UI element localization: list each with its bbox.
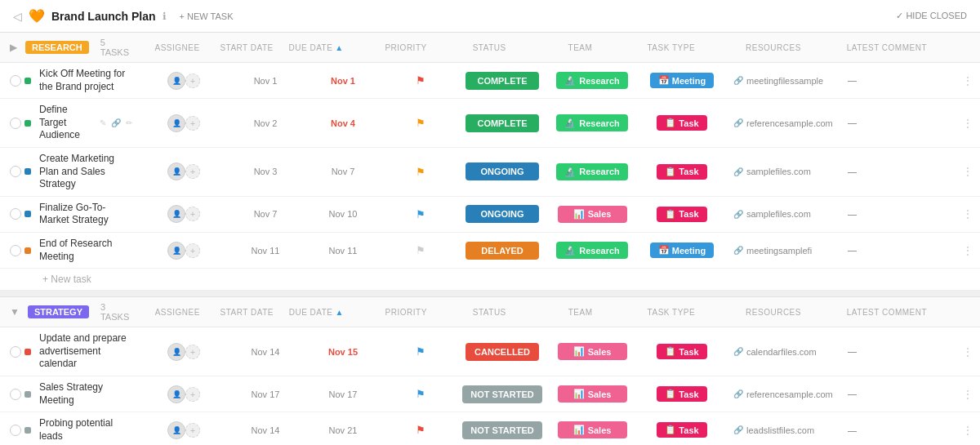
team-badge: 🔬 Research: [556, 114, 628, 131]
status-cell: DELAYED: [457, 240, 547, 261]
avatar: 👤: [167, 421, 185, 439]
hide-closed-button[interactable]: ✓ HIDE CLOSED: [896, 11, 967, 21]
add-assignee-icon[interactable]: +: [185, 73, 200, 88]
col-h-status: STATUS: [448, 43, 531, 52]
team-badge: 🔬 Research: [556, 163, 628, 180]
task-color-dot: [24, 168, 31, 175]
task-type-cell: 📋 Task: [637, 344, 727, 359]
comment-cell: —: [841, 345, 956, 357]
more-options-icon[interactable]: ⋮: [956, 117, 980, 130]
task-color-dot: [24, 78, 31, 84]
col-h-resources: RESOURCES: [720, 43, 826, 52]
more-options-icon[interactable]: ⋮: [956, 165, 980, 178]
edit-icon[interactable]: ✎: [100, 118, 106, 128]
status-cell: NOT STARTED: [457, 420, 547, 441]
team-cell: 🔬 Research: [547, 113, 637, 133]
group-toggle-strategy[interactable]: ▼: [10, 306, 20, 318]
checkbox-icon[interactable]: [10, 389, 21, 400]
priority-flag-icon: ⚑: [416, 166, 425, 178]
task-name: Kick Off Meeting for the Brand project: [33, 63, 139, 98]
col-h-due2: DUE DATE ▲: [289, 308, 364, 317]
team-badge: 📊 Sales: [558, 206, 627, 223]
resources-cell: 🔗samplefiles.com: [727, 209, 841, 219]
resources-cell: 🔗referencesample.com: [727, 389, 841, 399]
due-date: Nov 21: [302, 425, 384, 435]
task-type-cell: 📋 Task: [637, 115, 727, 131]
add-assignee-icon[interactable]: +: [185, 207, 200, 221]
due-date: Nov 17: [302, 389, 384, 399]
task-checkbox[interactable]: [0, 245, 33, 256]
task-checkbox[interactable]: [0, 389, 33, 400]
new-task-header-button[interactable]: + NEW TASK: [180, 11, 234, 21]
checkbox-icon[interactable]: [10, 208, 21, 220]
more-options-icon[interactable]: ⋮: [956, 74, 980, 87]
link-icon[interactable]: 🔗: [111, 118, 121, 128]
pencil-icon[interactable]: ✏: [126, 118, 132, 128]
add-assignee-icon[interactable]: +: [185, 164, 200, 179]
resource-icon: 🔗: [733, 118, 743, 127]
group-toggle-research[interactable]: ▶: [10, 42, 17, 53]
group-task-count-research: 5 TASKS: [100, 38, 134, 57]
task-assignee[interactable]: 👤+: [139, 343, 229, 361]
status-cell: CANCELLED: [457, 341, 547, 363]
task-assignee[interactable]: 👤+: [139, 421, 229, 439]
avatar: 👤: [167, 242, 185, 260]
task-checkbox[interactable]: [0, 425, 33, 436]
task-type-badge: 📋 Task: [657, 164, 706, 180]
task-color-dot: [24, 247, 31, 254]
task-assignee[interactable]: 👤+: [139, 72, 229, 90]
task-type-cell: 📋 Task: [637, 386, 727, 402]
task-checkbox[interactable]: [0, 166, 33, 177]
task-checkbox[interactable]: [0, 118, 33, 129]
add-assignee-icon[interactable]: +: [185, 243, 200, 258]
start-date: Nov 17: [229, 389, 302, 399]
more-options-icon[interactable]: ⋮: [956, 388, 980, 401]
team-badge: 📊 Sales: [558, 385, 627, 403]
col-h-resources2: RESOURCES: [721, 308, 826, 317]
col-h-start2: START DATE: [213, 308, 281, 317]
checkbox-icon[interactable]: [10, 245, 21, 256]
avatar: 👤: [167, 114, 185, 132]
task-assignee[interactable]: 👤+: [139, 205, 229, 223]
new-task-row-research[interactable]: + New task: [0, 269, 980, 291]
more-options-icon[interactable]: ⋮: [956, 424, 980, 437]
task-assignee[interactable]: 👤+: [139, 114, 229, 132]
status-cell: NOT STARTED: [457, 384, 547, 405]
checkbox-icon[interactable]: [10, 425, 21, 436]
team-cell: 🔬 Research: [547, 70, 637, 91]
checkbox-icon[interactable]: [10, 75, 21, 87]
checkbox-icon[interactable]: [10, 118, 21, 129]
task-type-badge: 📋 Task: [657, 115, 706, 131]
add-assignee-icon[interactable]: +: [185, 116, 200, 131]
comment-cell: —: [841, 117, 956, 128]
task-checkbox[interactable]: [0, 208, 33, 220]
status-cell: COMPLETE: [457, 113, 547, 134]
add-assignee-icon[interactable]: +: [185, 345, 200, 359]
task-assignee[interactable]: 👤+: [139, 385, 229, 403]
more-options-icon[interactable]: ⋮: [956, 345, 980, 358]
info-icon[interactable]: ℹ: [163, 11, 167, 22]
task-type-cell: 📋 Task: [637, 422, 727, 438]
task-assignee[interactable]: 👤+: [139, 162, 229, 180]
more-options-icon[interactable]: ⋮: [956, 207, 980, 220]
checkbox-icon[interactable]: [10, 166, 21, 177]
task-assignee[interactable]: 👤+: [139, 242, 229, 260]
priority-cell: ⚑: [384, 388, 457, 400]
resource-icon: 🔗: [733, 210, 743, 219]
resources-cell: 🔗leadslistfiles.com: [727, 425, 841, 435]
task-checkbox[interactable]: [0, 75, 33, 87]
table-row: End of Research Meeting 👤+ Nov 11 Nov 11…: [0, 233, 980, 269]
checkbox-icon[interactable]: [10, 346, 21, 358]
priority-flag-icon: ⚑: [416, 345, 425, 358]
back-icon[interactable]: ◁: [13, 10, 22, 23]
task-checkbox[interactable]: [0, 346, 33, 358]
col-h-assignee2: ASSIGNEE: [150, 308, 205, 317]
header-left: ◁ 🧡 Brand Launch Plan ℹ + NEW TASK: [13, 8, 234, 24]
add-assignee-icon[interactable]: +: [185, 387, 200, 402]
priority-cell: ⚑: [384, 244, 457, 256]
resource-icon: 🔗: [733, 347, 743, 356]
more-options-icon[interactable]: ⋮: [956, 244, 980, 257]
col-h-assignee: ASSIGNEE: [149, 43, 204, 52]
team-cell: 📊 Sales: [547, 384, 637, 404]
add-assignee-icon[interactable]: +: [185, 423, 200, 438]
